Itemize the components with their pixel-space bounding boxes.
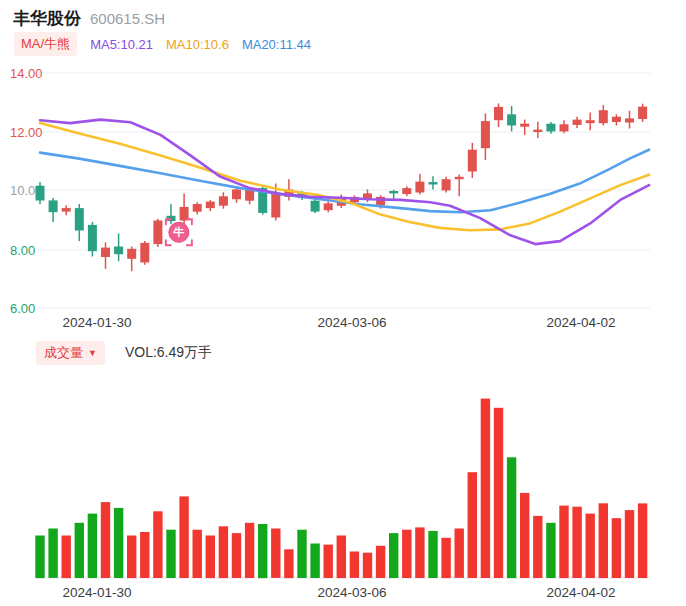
candle-body [429, 182, 438, 184]
candle-body [573, 120, 582, 125]
volume-bar [62, 536, 71, 579]
candle-body [612, 117, 621, 122]
volume-bar [258, 524, 267, 578]
volume-bar [219, 526, 228, 578]
candle-body [546, 124, 555, 132]
candle-body [586, 120, 595, 123]
candle-body [638, 107, 647, 119]
volume-bar [363, 553, 372, 578]
volume-bar [310, 544, 319, 579]
volume-bar [297, 530, 306, 578]
volume-bar [494, 408, 503, 578]
candle-body [324, 203, 333, 210]
y-tick-12: 12.00 [10, 125, 43, 140]
volume-bar [88, 514, 97, 578]
y-tick-6: 6.00 [10, 301, 35, 316]
candle-body [153, 221, 162, 245]
volume-bar [612, 518, 621, 578]
volume-bar [599, 503, 608, 578]
volume-bar [35, 536, 44, 579]
ma20-line [40, 150, 649, 213]
volume-bar [572, 507, 581, 578]
bull-marker-bracket [166, 240, 171, 245]
price-x-label-1: 2024-01-30 [62, 315, 131, 330]
candle-body [455, 177, 464, 179]
candle-body [389, 191, 398, 193]
volume-bar [546, 523, 555, 578]
volume-bar [232, 533, 241, 578]
volume-bar [166, 530, 175, 578]
bull-marker-bracket [166, 219, 171, 224]
volume-bar [586, 514, 595, 578]
volume-bar [415, 527, 424, 578]
volume-x-label-1: 2024-01-30 [62, 585, 131, 600]
volume-bar [153, 511, 162, 578]
candle-body [311, 201, 320, 212]
candle-body [402, 188, 411, 194]
candle-body [560, 124, 569, 131]
candle-body [376, 197, 385, 205]
y-tick-14: 14.00 [10, 66, 43, 81]
candle-body [49, 200, 58, 212]
volume-bar [455, 529, 464, 578]
candle-body [507, 114, 516, 125]
candle-body [494, 107, 503, 120]
candle-body [442, 179, 451, 190]
bull-marker-bracket [187, 219, 192, 224]
ma5-line [40, 120, 649, 245]
volume-bar [389, 533, 398, 578]
volume-bar [533, 516, 542, 578]
candle-body [219, 196, 228, 205]
volume-bar [428, 531, 437, 578]
volume-bar [75, 523, 84, 578]
volume-bar [441, 538, 450, 578]
volume-bar [350, 552, 359, 578]
volume-bar [140, 532, 149, 578]
candle-body [75, 208, 84, 230]
price-x-label-2: 2024-03-06 [317, 315, 386, 330]
candle-body [114, 247, 123, 255]
stock-chart-canvas[interactable]: 14.00 12.00 10.00 8.00 6.00 牛 2024-01-30… [0, 0, 686, 606]
stock-chart-page: 丰华股份 600615.SH MA/牛熊 MA5:10.21 MA10:10.6… [0, 0, 686, 606]
volume-bar [193, 530, 202, 578]
candle-body [140, 243, 149, 263]
ma10-line [40, 123, 649, 230]
volume-bar [179, 496, 188, 578]
volume-bar [271, 529, 280, 578]
series-layer: 牛 [35, 103, 649, 578]
candle-body [232, 190, 241, 200]
candle-body [62, 208, 71, 212]
candle-body [127, 249, 136, 259]
volume-x-label-2: 2024-03-06 [317, 585, 386, 600]
volume-bar [481, 399, 490, 578]
price-x-label-3: 2024-04-02 [546, 315, 615, 330]
volume-bar [324, 545, 333, 578]
volume-bar [127, 536, 136, 579]
candle-body [415, 182, 424, 193]
candle-body [206, 202, 215, 209]
volume-bar [114, 508, 123, 578]
y-tick-8: 8.00 [10, 243, 35, 258]
volume-bar [206, 536, 215, 579]
volume-bar [507, 457, 516, 578]
bull-marker-badge[interactable]: 牛 [166, 219, 192, 245]
volume-bar [284, 549, 293, 578]
candle-body [468, 150, 477, 172]
volume-bar [245, 523, 254, 578]
candle-body [271, 194, 280, 218]
candle-body [533, 130, 542, 132]
volume-bar [402, 530, 411, 578]
bull-marker-bracket [187, 240, 192, 245]
volume-bar [337, 536, 346, 579]
volume-bar [468, 472, 477, 578]
candle-body [599, 110, 608, 123]
volume-bar [625, 510, 634, 578]
volume-bar [376, 546, 385, 578]
candle-body [193, 204, 202, 212]
candle-body [520, 124, 529, 127]
candle-body [88, 225, 97, 251]
candle-body [101, 248, 110, 257]
price-x-axis: 2024-01-30 2024-03-06 2024-04-02 [62, 315, 615, 330]
volume-x-label-3: 2024-04-02 [546, 585, 615, 600]
candle-body [625, 118, 634, 122]
